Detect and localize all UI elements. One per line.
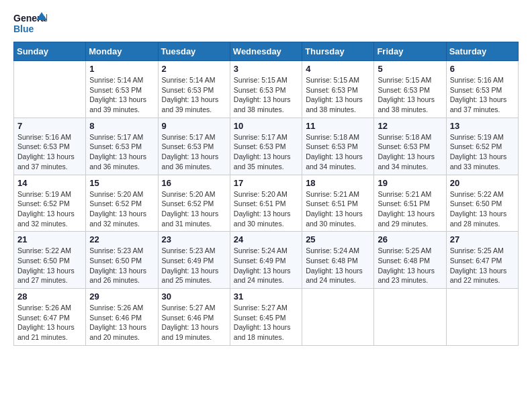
day-info: Sunrise: 5:20 AMSunset: 6:52 PMDaylight:… bbox=[89, 189, 154, 229]
calendar-cell: 15Sunrise: 5:20 AMSunset: 6:52 PMDayligh… bbox=[86, 175, 158, 232]
day-number: 27 bbox=[450, 234, 515, 244]
day-info: Sunrise: 5:23 AMSunset: 6:50 PMDaylight:… bbox=[89, 246, 154, 285]
day-number: 17 bbox=[234, 178, 298, 188]
day-number: 28 bbox=[17, 291, 82, 302]
calendar-cell: 18Sunrise: 5:21 AMSunset: 6:51 PMDayligh… bbox=[302, 175, 374, 232]
day-number: 5 bbox=[378, 64, 442, 74]
calendar-week-row: 7Sunrise: 5:16 AMSunset: 6:53 PMDaylight… bbox=[14, 118, 519, 175]
day-number: 18 bbox=[306, 178, 370, 188]
day-number: 20 bbox=[450, 178, 515, 188]
day-info: Sunrise: 5:21 AMSunset: 6:51 PMDaylight:… bbox=[378, 189, 442, 229]
day-info: Sunrise: 5:18 AMSunset: 6:53 PMDaylight:… bbox=[378, 132, 442, 172]
calendar-cell bbox=[446, 289, 518, 346]
calendar-cell: 30Sunrise: 5:27 AMSunset: 6:46 PMDayligh… bbox=[158, 289, 230, 346]
calendar-cell: 24Sunrise: 5:24 AMSunset: 6:49 PMDayligh… bbox=[230, 232, 302, 289]
day-number: 22 bbox=[89, 234, 154, 244]
calendar-cell: 7Sunrise: 5:16 AMSunset: 6:53 PMDaylight… bbox=[14, 118, 86, 175]
day-info: Sunrise: 5:16 AMSunset: 6:53 PMDaylight:… bbox=[17, 132, 82, 172]
day-number: 30 bbox=[162, 291, 226, 302]
column-header-monday: Monday bbox=[86, 42, 158, 61]
calendar-cell: 5Sunrise: 5:15 AMSunset: 6:53 PMDaylight… bbox=[374, 61, 446, 118]
calendar-week-row: 14Sunrise: 5:19 AMSunset: 6:52 PMDayligh… bbox=[14, 175, 519, 232]
day-number: 11 bbox=[306, 121, 370, 131]
day-info: Sunrise: 5:15 AMSunset: 6:53 PMDaylight:… bbox=[306, 75, 370, 115]
day-info: Sunrise: 5:25 AMSunset: 6:48 PMDaylight:… bbox=[378, 246, 442, 285]
day-number: 12 bbox=[378, 121, 442, 131]
calendar-cell: 26Sunrise: 5:25 AMSunset: 6:48 PMDayligh… bbox=[374, 232, 446, 289]
day-info: Sunrise: 5:17 AMSunset: 6:53 PMDaylight:… bbox=[162, 132, 226, 172]
day-info: Sunrise: 5:19 AMSunset: 6:52 PMDaylight:… bbox=[450, 132, 515, 172]
day-info: Sunrise: 5:19 AMSunset: 6:52 PMDaylight:… bbox=[17, 189, 82, 229]
day-number: 13 bbox=[450, 121, 515, 131]
day-number: 23 bbox=[162, 234, 226, 244]
day-number: 31 bbox=[234, 291, 298, 302]
logo-svg: General Blue bbox=[13, 11, 47, 35]
day-info: Sunrise: 5:23 AMSunset: 6:49 PMDaylight:… bbox=[162, 246, 226, 285]
calendar-week-row: 28Sunrise: 5:26 AMSunset: 6:47 PMDayligh… bbox=[14, 289, 519, 346]
calendar-cell: 11Sunrise: 5:18 AMSunset: 6:53 PMDayligh… bbox=[302, 118, 374, 175]
calendar-cell: 27Sunrise: 5:25 AMSunset: 6:47 PMDayligh… bbox=[446, 232, 518, 289]
day-info: Sunrise: 5:16 AMSunset: 6:53 PMDaylight:… bbox=[450, 75, 515, 115]
logo: General Blue bbox=[13, 11, 47, 35]
day-number: 21 bbox=[17, 234, 82, 244]
svg-text:Blue: Blue bbox=[13, 24, 34, 34]
calendar-cell: 16Sunrise: 5:20 AMSunset: 6:52 PMDayligh… bbox=[158, 175, 230, 232]
day-number: 3 bbox=[234, 64, 298, 74]
calendar-cell: 9Sunrise: 5:17 AMSunset: 6:53 PMDaylight… bbox=[158, 118, 230, 175]
calendar-cell: 1Sunrise: 5:14 AMSunset: 6:53 PMDaylight… bbox=[86, 61, 158, 118]
calendar-cell: 3Sunrise: 5:15 AMSunset: 6:53 PMDaylight… bbox=[230, 61, 302, 118]
day-number: 4 bbox=[306, 64, 370, 74]
calendar-cell: 23Sunrise: 5:23 AMSunset: 6:49 PMDayligh… bbox=[158, 232, 230, 289]
day-info: Sunrise: 5:27 AMSunset: 6:45 PMDaylight:… bbox=[234, 303, 298, 342]
column-header-tuesday: Tuesday bbox=[158, 42, 230, 61]
column-header-saturday: Saturday bbox=[446, 42, 518, 61]
day-info: Sunrise: 5:21 AMSunset: 6:51 PMDaylight:… bbox=[306, 189, 370, 229]
calendar-cell: 13Sunrise: 5:19 AMSunset: 6:52 PMDayligh… bbox=[446, 118, 518, 175]
calendar-cell bbox=[14, 61, 86, 118]
calendar-cell: 19Sunrise: 5:21 AMSunset: 6:51 PMDayligh… bbox=[374, 175, 446, 232]
calendar-cell: 21Sunrise: 5:22 AMSunset: 6:50 PMDayligh… bbox=[14, 232, 86, 289]
day-number: 15 bbox=[89, 178, 154, 188]
column-header-friday: Friday bbox=[374, 42, 446, 61]
column-header-sunday: Sunday bbox=[14, 42, 86, 61]
calendar-cell: 12Sunrise: 5:18 AMSunset: 6:53 PMDayligh… bbox=[374, 118, 446, 175]
day-info: Sunrise: 5:17 AMSunset: 6:53 PMDaylight:… bbox=[234, 132, 298, 172]
calendar-table: SundayMondayTuesdayWednesdayThursdayFrid… bbox=[13, 42, 519, 346]
calendar-cell: 22Sunrise: 5:23 AMSunset: 6:50 PMDayligh… bbox=[86, 232, 158, 289]
day-number: 14 bbox=[17, 178, 82, 188]
day-info: Sunrise: 5:26 AMSunset: 6:47 PMDaylight:… bbox=[17, 303, 82, 342]
calendar-cell: 29Sunrise: 5:26 AMSunset: 6:46 PMDayligh… bbox=[86, 289, 158, 346]
calendar-week-row: 1Sunrise: 5:14 AMSunset: 6:53 PMDaylight… bbox=[14, 61, 519, 118]
calendar-cell bbox=[374, 289, 446, 346]
calendar-week-row: 21Sunrise: 5:22 AMSunset: 6:50 PMDayligh… bbox=[14, 232, 519, 289]
calendar-header-row: SundayMondayTuesdayWednesdayThursdayFrid… bbox=[14, 42, 519, 61]
day-number: 10 bbox=[234, 121, 298, 131]
day-info: Sunrise: 5:26 AMSunset: 6:46 PMDaylight:… bbox=[89, 303, 154, 342]
day-info: Sunrise: 5:14 AMSunset: 6:53 PMDaylight:… bbox=[162, 75, 226, 115]
day-number: 8 bbox=[89, 121, 154, 131]
calendar-cell: 17Sunrise: 5:20 AMSunset: 6:51 PMDayligh… bbox=[230, 175, 302, 232]
column-header-thursday: Thursday bbox=[302, 42, 374, 61]
calendar-cell: 6Sunrise: 5:16 AMSunset: 6:53 PMDaylight… bbox=[446, 61, 518, 118]
day-info: Sunrise: 5:15 AMSunset: 6:53 PMDaylight:… bbox=[234, 75, 298, 115]
day-info: Sunrise: 5:27 AMSunset: 6:46 PMDaylight:… bbox=[162, 303, 226, 342]
calendar-cell: 4Sunrise: 5:15 AMSunset: 6:53 PMDaylight… bbox=[302, 61, 374, 118]
day-info: Sunrise: 5:14 AMSunset: 6:53 PMDaylight:… bbox=[89, 75, 154, 115]
day-number: 2 bbox=[162, 64, 226, 74]
day-number: 25 bbox=[306, 234, 370, 244]
day-info: Sunrise: 5:17 AMSunset: 6:53 PMDaylight:… bbox=[89, 132, 154, 172]
day-number: 26 bbox=[378, 234, 442, 244]
day-number: 1 bbox=[89, 64, 154, 74]
day-info: Sunrise: 5:15 AMSunset: 6:53 PMDaylight:… bbox=[378, 75, 442, 115]
day-number: 7 bbox=[17, 121, 82, 131]
day-info: Sunrise: 5:22 AMSunset: 6:50 PMDaylight:… bbox=[450, 189, 515, 229]
day-info: Sunrise: 5:18 AMSunset: 6:53 PMDaylight:… bbox=[306, 132, 370, 172]
day-info: Sunrise: 5:24 AMSunset: 6:49 PMDaylight:… bbox=[234, 246, 298, 285]
calendar-cell: 25Sunrise: 5:24 AMSunset: 6:48 PMDayligh… bbox=[302, 232, 374, 289]
day-number: 16 bbox=[162, 178, 226, 188]
day-number: 9 bbox=[162, 121, 226, 131]
day-number: 6 bbox=[450, 64, 515, 74]
calendar-cell: 10Sunrise: 5:17 AMSunset: 6:53 PMDayligh… bbox=[230, 118, 302, 175]
calendar-cell: 20Sunrise: 5:22 AMSunset: 6:50 PMDayligh… bbox=[446, 175, 518, 232]
calendar-cell: 28Sunrise: 5:26 AMSunset: 6:47 PMDayligh… bbox=[14, 289, 86, 346]
